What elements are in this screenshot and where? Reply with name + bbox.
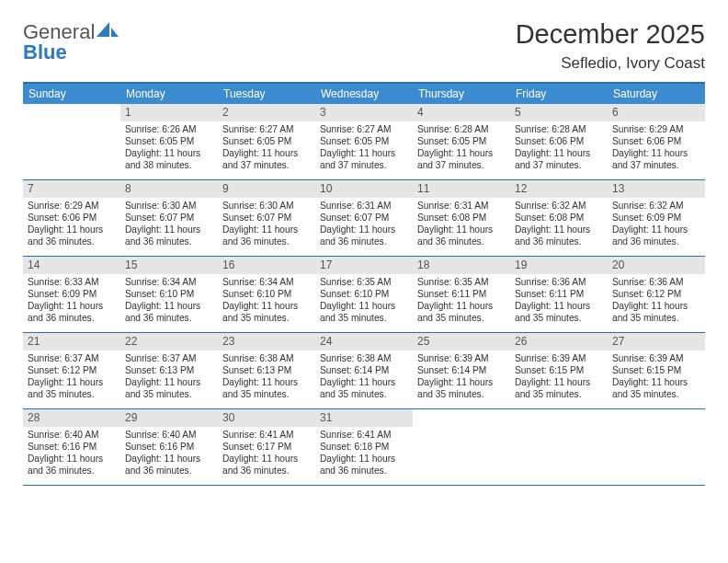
sunrise-text: Sunrise: 6:30 AM	[125, 200, 213, 212]
day-cell-20: 20Sunrise: 6:36 AMSunset: 6:12 PMDayligh…	[608, 257, 705, 332]
day-cell-8: 8Sunrise: 6:30 AMSunset: 6:07 PMDaylight…	[120, 180, 218, 256]
day-cell-24: 24Sunrise: 6:38 AMSunset: 6:14 PMDayligh…	[315, 333, 413, 408]
daylight-text: Daylight: 11 hours and 36 minutes.	[222, 453, 311, 477]
day-number: 3	[315, 104, 413, 121]
sunset-text: Sunset: 6:13 PM	[222, 364, 311, 376]
sunset-text: Sunset: 6:14 PM	[320, 364, 408, 376]
day-number: 26	[510, 333, 608, 350]
logo-sail-icon	[97, 20, 120, 39]
daylight-text: Daylight: 11 hours and 36 minutes.	[125, 300, 213, 324]
sunrise-text: Sunrise: 6:27 AM	[222, 123, 311, 135]
day-number: 23	[218, 333, 315, 350]
sunrise-text: Sunrise: 6:28 AM	[515, 123, 603, 135]
day-cell-4: 4Sunrise: 6:28 AMSunset: 6:05 PMDaylight…	[413, 104, 510, 179]
sunrise-text: Sunrise: 6:40 AM	[125, 429, 213, 441]
sunrise-text: Sunrise: 6:32 AM	[515, 200, 603, 212]
sunrise-text: Sunrise: 6:39 AM	[417, 352, 506, 364]
day-number: 8	[120, 180, 218, 198]
day-number: 10	[315, 180, 413, 198]
day-header-saturday: Saturday	[608, 84, 705, 104]
day-number: 9	[218, 180, 315, 198]
day-number: 18	[413, 257, 510, 274]
sunset-text: Sunset: 6:06 PM	[515, 135, 603, 147]
sunset-text: Sunset: 6:15 PM	[612, 364, 700, 376]
sunrise-text: Sunrise: 6:29 AM	[612, 123, 700, 135]
sunset-text: Sunset: 6:07 PM	[320, 212, 408, 224]
sunset-text: Sunset: 6:05 PM	[320, 135, 408, 147]
sunset-text: Sunset: 6:16 PM	[28, 441, 116, 453]
day-cell-14: 14Sunrise: 6:33 AMSunset: 6:09 PMDayligh…	[23, 257, 120, 332]
day-number: 22	[120, 333, 218, 350]
empty-cell	[23, 104, 120, 179]
daylight-text: Daylight: 11 hours and 36 minutes.	[125, 453, 213, 477]
day-cell-15: 15Sunrise: 6:34 AMSunset: 6:10 PMDayligh…	[120, 257, 218, 332]
sunset-text: Sunset: 6:05 PM	[417, 135, 506, 147]
day-cell-16: 16Sunrise: 6:34 AMSunset: 6:10 PMDayligh…	[218, 257, 315, 332]
sunrise-text: Sunrise: 6:37 AM	[125, 352, 213, 364]
daylight-text: Daylight: 11 hours and 35 minutes.	[612, 300, 700, 324]
daylight-text: Daylight: 11 hours and 36 minutes.	[28, 453, 116, 477]
sunrise-text: Sunrise: 6:37 AM	[28, 352, 116, 364]
sunset-text: Sunset: 6:17 PM	[222, 441, 311, 453]
sunset-text: Sunset: 6:08 PM	[515, 212, 603, 224]
empty-cell	[608, 409, 705, 485]
sunset-text: Sunset: 6:07 PM	[222, 212, 311, 224]
sunset-text: Sunset: 6:12 PM	[612, 288, 700, 300]
sunrise-text: Sunrise: 6:36 AM	[515, 276, 603, 288]
day-cell-6: 6Sunrise: 6:29 AMSunset: 6:06 PMDaylight…	[608, 104, 705, 179]
daylight-text: Daylight: 11 hours and 37 minutes.	[222, 147, 311, 171]
sunset-text: Sunset: 6:10 PM	[125, 288, 213, 300]
day-cell-7: 7Sunrise: 6:29 AMSunset: 6:06 PMDaylight…	[23, 180, 120, 256]
daylight-text: Daylight: 11 hours and 38 minutes.	[125, 147, 213, 171]
day-number: 1	[120, 104, 218, 121]
daylight-text: Daylight: 11 hours and 35 minutes.	[125, 376, 213, 400]
daylight-text: Daylight: 11 hours and 35 minutes.	[222, 376, 311, 400]
day-cell-18: 18Sunrise: 6:35 AMSunset: 6:11 PMDayligh…	[413, 257, 510, 332]
day-cell-11: 11Sunrise: 6:31 AMSunset: 6:08 PMDayligh…	[413, 180, 510, 256]
sunrise-text: Sunrise: 6:27 AM	[320, 123, 408, 135]
daylight-text: Daylight: 11 hours and 36 minutes.	[612, 224, 700, 247]
sunrise-text: Sunrise: 6:35 AM	[417, 276, 506, 288]
day-cell-22: 22Sunrise: 6:37 AMSunset: 6:13 PMDayligh…	[120, 333, 218, 408]
logo-text: General Blue	[23, 20, 120, 63]
day-number: 20	[608, 257, 705, 274]
daylight-text: Daylight: 11 hours and 35 minutes.	[320, 376, 408, 400]
sunset-text: Sunset: 6:09 PM	[612, 212, 700, 224]
logo: General Blue	[23, 20, 120, 63]
day-cell-26: 26Sunrise: 6:39 AMSunset: 6:15 PMDayligh…	[510, 333, 608, 408]
day-cell-21: 21Sunrise: 6:37 AMSunset: 6:12 PMDayligh…	[23, 333, 120, 408]
day-cell-19: 19Sunrise: 6:36 AMSunset: 6:11 PMDayligh…	[510, 257, 608, 332]
day-number: 4	[413, 104, 510, 121]
page-subtitle: Sefledio, Ivory Coast	[516, 54, 705, 73]
day-number: 16	[218, 257, 315, 274]
day-cell-30: 30Sunrise: 6:41 AMSunset: 6:17 PMDayligh…	[218, 409, 315, 485]
day-cell-29: 29Sunrise: 6:40 AMSunset: 6:16 PMDayligh…	[120, 409, 218, 485]
title-block: December 2025 Sefledio, Ivory Coast	[516, 20, 705, 73]
sunset-text: Sunset: 6:10 PM	[222, 288, 311, 300]
day-number: 29	[120, 409, 218, 427]
daylight-text: Daylight: 11 hours and 35 minutes.	[222, 300, 311, 324]
daylight-text: Daylight: 11 hours and 37 minutes.	[612, 147, 700, 171]
sunrise-text: Sunrise: 6:41 AM	[320, 429, 408, 441]
sunset-text: Sunset: 6:08 PM	[417, 212, 506, 224]
day-cell-23: 23Sunrise: 6:38 AMSunset: 6:13 PMDayligh…	[218, 333, 315, 408]
daylight-text: Daylight: 11 hours and 35 minutes.	[417, 300, 506, 324]
sunrise-text: Sunrise: 6:39 AM	[515, 352, 603, 364]
daylight-text: Daylight: 11 hours and 36 minutes.	[222, 224, 311, 247]
empty-cell	[510, 409, 608, 485]
sunrise-text: Sunrise: 6:32 AM	[612, 200, 700, 212]
day-number: 2	[218, 104, 315, 121]
sunrise-text: Sunrise: 6:33 AM	[28, 276, 116, 288]
day-number: 30	[218, 409, 315, 427]
day-number: 15	[120, 257, 218, 274]
page-title: December 2025	[516, 20, 705, 50]
sunset-text: Sunset: 6:12 PM	[28, 364, 116, 376]
sunset-text: Sunset: 6:05 PM	[125, 135, 213, 147]
day-number: 25	[413, 333, 510, 350]
day-cell-13: 13Sunrise: 6:32 AMSunset: 6:09 PMDayligh…	[608, 180, 705, 256]
day-cell-10: 10Sunrise: 6:31 AMSunset: 6:07 PMDayligh…	[315, 180, 413, 256]
day-header-friday: Friday	[510, 84, 608, 104]
empty-cell	[413, 409, 510, 485]
daylight-text: Daylight: 11 hours and 36 minutes.	[320, 453, 408, 477]
sunset-text: Sunset: 6:09 PM	[28, 288, 116, 300]
